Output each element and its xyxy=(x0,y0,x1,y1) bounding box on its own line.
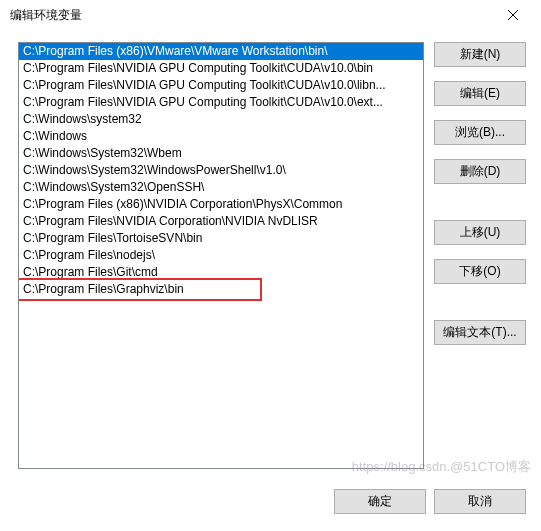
path-list-item[interactable]: C:\Program Files\Git\cmd xyxy=(19,264,423,281)
path-list-item[interactable]: C:\Program Files (x86)\NVIDIA Corporatio… xyxy=(19,196,423,213)
path-list-item[interactable]: C:\Program Files\NVIDIA GPU Computing To… xyxy=(19,60,423,77)
path-list-item[interactable]: C:\Program Files\NVIDIA Corporation\NVID… xyxy=(19,213,423,230)
path-list-item[interactable]: C:\Windows xyxy=(19,128,423,145)
path-list-item[interactable]: C:\Program Files (x86)\VMware\VMware Wor… xyxy=(19,43,423,60)
dialog-body: C:\Program Files (x86)\VMware\VMware Wor… xyxy=(0,30,541,481)
edit-text-button[interactable]: 编辑文本(T)... xyxy=(434,320,526,345)
path-list-item[interactable]: C:\Program Files\NVIDIA GPU Computing To… xyxy=(19,94,423,111)
titlebar: 编辑环境变量 xyxy=(0,0,541,30)
path-list-item[interactable]: C:\Windows\System32\WindowsPowerShell\v1… xyxy=(19,162,423,179)
move-down-button[interactable]: 下移(O) xyxy=(434,259,526,284)
close-icon xyxy=(508,10,518,20)
cancel-button[interactable]: 取消 xyxy=(434,489,526,514)
path-list-item[interactable]: C:\Program Files\TortoiseSVN\bin xyxy=(19,230,423,247)
path-list-item[interactable]: C:\Program Files\nodejs\ xyxy=(19,247,423,264)
move-up-button[interactable]: 上移(U) xyxy=(434,220,526,245)
ok-button[interactable]: 确定 xyxy=(334,489,426,514)
edit-button[interactable]: 编辑(E) xyxy=(434,81,526,106)
browse-button[interactable]: 浏览(B)... xyxy=(434,120,526,145)
dialog-footer: 确定 取消 xyxy=(0,481,541,531)
path-list-item[interactable]: C:\Windows\System32\OpenSSH\ xyxy=(19,179,423,196)
delete-button[interactable]: 删除(D) xyxy=(434,159,526,184)
button-column: 新建(N) 编辑(E) 浏览(B)... 删除(D) 上移(U) 下移(O) 编… xyxy=(434,42,526,469)
path-list-item[interactable]: C:\Program Files\Graphviz\bin xyxy=(19,281,423,298)
path-list-item[interactable]: C:\Program Files\NVIDIA GPU Computing To… xyxy=(19,77,423,94)
path-list-item[interactable]: C:\Windows\System32\Wbem xyxy=(19,145,423,162)
path-listbox[interactable]: C:\Program Files (x86)\VMware\VMware Wor… xyxy=(18,42,424,469)
close-button[interactable] xyxy=(493,1,533,29)
path-list-item[interactable]: C:\Windows\system32 xyxy=(19,111,423,128)
new-button[interactable]: 新建(N) xyxy=(434,42,526,67)
window-title: 编辑环境变量 xyxy=(10,7,82,24)
